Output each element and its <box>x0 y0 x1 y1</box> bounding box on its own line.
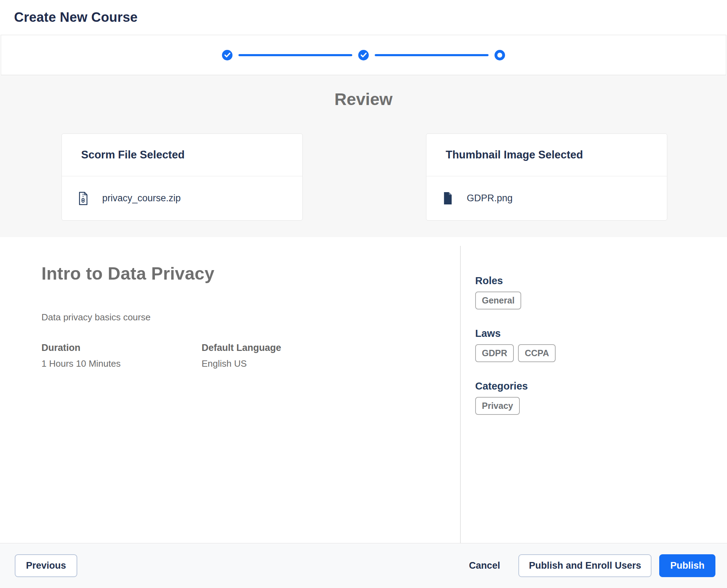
default-language-block: Default Language English US <box>202 342 362 369</box>
duration-block: Duration 1 Hours 10 Minutes <box>41 342 202 369</box>
publish-and-enroll-button[interactable]: Publish and Enroll Users <box>518 554 652 577</box>
file-icon <box>442 192 453 205</box>
step-connector <box>375 54 489 56</box>
review-cards: Scorm File Selected privacy_course.zip <box>0 133 727 221</box>
thumbnail-file-row: GDPR.png <box>426 176 667 220</box>
scorm-file-name: privacy_course.zip <box>102 193 181 204</box>
roles-chips: General <box>475 292 556 309</box>
vertical-divider <box>460 246 461 543</box>
create-new-course-page: Create New Course Review Scorm File Sele… <box>0 0 727 588</box>
tag-chip: General <box>475 292 521 309</box>
thumbnail-image-card: Thumbnail Image Selected GDPR.png <box>426 133 667 221</box>
laws-chips: GDPRCCPA <box>475 344 556 362</box>
categories-heading: Categories <box>475 380 556 392</box>
footer-actions: Previous Cancel Publish and Enroll Users… <box>0 543 727 588</box>
review-title: Review <box>0 75 727 109</box>
roles-section: Roles General <box>475 275 556 309</box>
tags-sidebar: Roles General Laws GDPRCCPA Categories P… <box>475 275 556 433</box>
categories-chips: Privacy <box>475 397 556 415</box>
zip-file-icon <box>77 192 89 205</box>
course-meta: Duration 1 Hours 10 Minutes Default Lang… <box>41 342 428 369</box>
laws-heading: Laws <box>475 328 556 339</box>
step-connector <box>238 54 352 56</box>
course-description: Data privacy basics course <box>41 312 428 323</box>
course-details-section: Intro to Data Privacy Data privacy basic… <box>0 237 727 543</box>
scorm-file-row: privacy_course.zip <box>62 176 302 220</box>
previous-button[interactable]: Previous <box>15 554 77 577</box>
duration-value: 1 Hours 10 Minutes <box>41 358 202 369</box>
review-section: Review Scorm File Selected privacy_co <box>0 75 727 237</box>
scorm-card-title: Scorm File Selected <box>62 134 302 176</box>
cancel-button[interactable]: Cancel <box>469 560 500 571</box>
course-title: Intro to Data Privacy <box>41 263 428 284</box>
roles-heading: Roles <box>475 275 556 287</box>
step-complete-icon[interactable] <box>222 50 232 60</box>
default-language-label: Default Language <box>202 342 362 353</box>
tag-chip: CCPA <box>518 344 556 362</box>
header: Create New Course <box>0 0 727 35</box>
tag-chip: Privacy <box>475 397 520 415</box>
progress-stepper <box>222 50 505 60</box>
scorm-file-card: Scorm File Selected privacy_course.zip <box>61 133 303 221</box>
course-summary: Intro to Data Privacy Data privacy basic… <box>41 237 428 369</box>
publish-button[interactable]: Publish <box>659 554 715 577</box>
laws-section: Laws GDPRCCPA <box>475 328 556 362</box>
default-language-value: English US <box>202 358 362 369</box>
step-current-icon[interactable] <box>495 50 505 60</box>
progress-stepper-container <box>1 35 726 75</box>
thumbnail-file-name: GDPR.png <box>467 193 513 204</box>
tag-chip: GDPR <box>475 344 514 362</box>
thumbnail-card-title: Thumbnail Image Selected <box>426 134 667 176</box>
duration-label: Duration <box>41 342 202 353</box>
step-complete-icon[interactable] <box>358 50 369 60</box>
page-title: Create New Course <box>14 10 138 25</box>
categories-section: Categories Privacy <box>475 380 556 415</box>
